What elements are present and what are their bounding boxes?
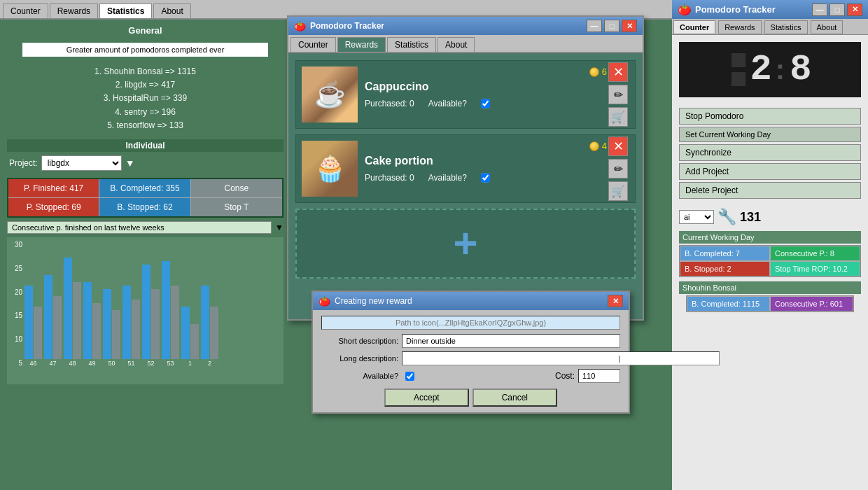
cappuccino-info: Cappuccino Purchased: 0 Available? — [365, 80, 629, 108]
float-tab-statistics[interactable]: Statistics — [387, 37, 436, 52]
chart-area: 30 25 20 15 10 5 46 — [7, 237, 284, 384]
long-desc-row: Long description: | — [321, 351, 620, 365]
cappuccino-available-label: Available? — [428, 99, 467, 108]
right-tab-statistics[interactable]: Statistics — [764, 20, 808, 34]
timer-left: 2 — [750, 49, 771, 90]
cappuccino-edit-btn[interactable]: ✏ — [608, 85, 628, 104]
chart-dropdown[interactable]: Consecutive p. finished on last twelve w… — [7, 221, 272, 234]
project-select[interactable]: libgdx Shouhin Bonsai sentry tensorflow … — [41, 155, 122, 171]
right-project-select[interactable]: ai — [679, 210, 714, 224]
coin-icon-2 — [589, 141, 599, 151]
general-title: General — [4, 23, 287, 38]
cake-actions: ✕ ✏ 🛒 — [608, 135, 629, 202]
cappuccino-delete-btn[interactable]: ✕ — [608, 62, 628, 82]
cancel-button[interactable]: Cancel — [472, 388, 557, 407]
cwd-stats-grid: B. Completed: 7 Consecutive P.: 8 B. Sto… — [679, 245, 861, 277]
cwd-b-stopped: B. Stopped: 2 — [680, 261, 770, 276]
shouhin-b-completed: B. Completed: 1115 — [687, 296, 770, 312]
long-desc-label: Long description: — [321, 354, 398, 363]
short-desc-label: Short description: — [321, 337, 398, 345]
right-tab-counter[interactable]: Counter — [673, 20, 715, 34]
tab-statistics[interactable]: Statistics — [99, 4, 152, 18]
floating-tracker-window: 🍅 Pomodoro Tracker — □ ✕ Counter Rewards… — [287, 15, 644, 321]
left-panel: General Greater amount of pomodoros comp… — [0, 20, 290, 490]
shouhin-stats-grid: B. Completed: 1115 Consecutive P.: 601 — [686, 295, 854, 312]
reward-item-cappuccino: ☕ Cappuccino Purchased: 0 Available? 6 ✕… — [295, 60, 636, 129]
project-dropdown-row: ai 🔧 131 — [672, 204, 868, 230]
timer-indicator-bottom — [732, 72, 746, 86]
cake-buy-btn[interactable]: 🛒 — [608, 181, 628, 201]
synchronize-btn[interactable]: Synchronize — [679, 144, 861, 161]
cake-available-checkbox[interactable] — [481, 173, 490, 183]
available-checkbox[interactable] — [405, 372, 414, 381]
cappuccino-name: Cappuccino — [365, 80, 629, 93]
cappuccino-emoji: ☕ — [314, 80, 346, 109]
tab-counter[interactable]: Counter — [3, 4, 48, 18]
float-tab-counter[interactable]: Counter — [290, 37, 336, 52]
reward-item-cake: 🧁 Cake portion Purchased: 0 Available? 4… — [295, 134, 636, 203]
float-tab-about[interactable]: About — [438, 37, 475, 52]
cappuccino-coin-count: 6 — [602, 66, 607, 77]
highlight-text: Greater amount of pomodoros completed ev… — [21, 41, 270, 58]
cwd-stop-time: Stop Time ROP: 10.2 — [770, 261, 860, 276]
short-desc-input[interactable] — [402, 334, 620, 348]
accept-button[interactable]: Accept — [384, 388, 469, 407]
cappuccino-image: ☕ — [302, 66, 358, 122]
long-desc-input[interactable] — [402, 351, 720, 365]
dialog-title-bar: 🍅 Creating new reward ✕ — [313, 292, 629, 310]
right-panel-title: Pomodoro Tracker — [695, 4, 776, 15]
available-cost-row: Available? Cost: — [321, 369, 620, 383]
tab-rewards[interactable]: Rewards — [50, 4, 98, 18]
cake-purchased: Purchased: 0 — [365, 173, 414, 183]
cake-name: Cake portion — [365, 155, 629, 167]
tab-about[interactable]: About — [153, 4, 190, 18]
shouhin-section: Shouhin Bonsai B. Completed: 1115 Consec… — [672, 279, 868, 316]
maximize-btn-right[interactable]: □ — [830, 4, 845, 16]
cake-edit-btn[interactable]: ✏ — [608, 159, 628, 178]
float-minimize-btn[interactable]: — — [587, 20, 602, 32]
chart-bars: 46 47 48 — [24, 241, 280, 367]
cake-details: Purchased: 0 Available? — [365, 173, 629, 183]
individual-title: Individual — [7, 139, 284, 152]
add-project-btn[interactable]: Add Project — [679, 163, 861, 180]
floating-title-bar: 🍅 Pomodoro Tracker — □ ✕ — [288, 17, 643, 35]
cake-image: 🧁 — [302, 141, 358, 197]
float-maximize-btn[interactable]: □ — [604, 20, 620, 32]
set-working-day-btn[interactable]: Set Current Working Day — [679, 127, 861, 142]
dialog-content: Short description: Long description: | A… — [313, 310, 629, 412]
delete-project-btn[interactable]: Delete Project — [679, 182, 861, 199]
add-reward-button[interactable]: + — [295, 209, 636, 279]
right-title-bar: 🍅 Pomodoro Tracker — □ ✕ — [672, 0, 868, 19]
right-buttons: Stop Pomodoro Set Current Working Day Sy… — [672, 104, 868, 204]
cappuccino-buy-btn[interactable]: 🛒 — [608, 107, 628, 127]
cwd-section: Current Working Day B. Completed: 7 Cons… — [672, 230, 868, 279]
timer-right: 8 — [790, 49, 810, 90]
cake-available-label: Available? — [428, 173, 467, 183]
close-btn-right[interactable]: ✕ — [847, 4, 862, 16]
dialog-buttons: Accept Cancel — [321, 388, 620, 407]
cake-delete-btn[interactable]: ✕ — [608, 136, 628, 156]
stop-pomodoro-btn[interactable]: Stop Pomodoro — [679, 108, 861, 125]
cappuccino-available-checkbox[interactable] — [481, 99, 490, 108]
tomato-icon-float: 🍅 — [294, 20, 306, 31]
cost-input[interactable] — [578, 369, 620, 383]
path-input[interactable] — [321, 316, 620, 330]
b-stopped-cell: B. Stopped: 62 — [99, 197, 190, 216]
timer-display: 2 : 8 — [679, 42, 861, 97]
cake-info: Cake portion Purchased: 0 Available? — [365, 155, 629, 183]
minimize-btn-right[interactable]: — — [812, 4, 827, 16]
right-tab-rewards[interactable]: Rewards — [718, 20, 761, 34]
stop-t-cell: Stop T — [191, 197, 282, 216]
floating-title: Pomodoro Tracker — [310, 21, 384, 31]
floating-tab-bar: Counter Rewards Statistics About — [288, 35, 643, 53]
right-tab-about[interactable]: About — [811, 20, 844, 34]
cappuccino-purchased: Purchased: 0 — [365, 99, 414, 108]
p-stopped-cell: P. Stopped: 69 — [8, 197, 99, 216]
float-close-btn[interactable]: ✕ — [622, 20, 637, 32]
float-tab-rewards[interactable]: Rewards — [337, 37, 386, 52]
dialog-title: Creating new reward — [335, 296, 412, 306]
cwd-consecutive-p: Consecutive P.: 8 — [770, 246, 860, 261]
project-label: Project: — [9, 158, 38, 168]
timer-colon: : — [776, 54, 785, 85]
dialog-close-btn[interactable]: ✕ — [608, 295, 623, 307]
